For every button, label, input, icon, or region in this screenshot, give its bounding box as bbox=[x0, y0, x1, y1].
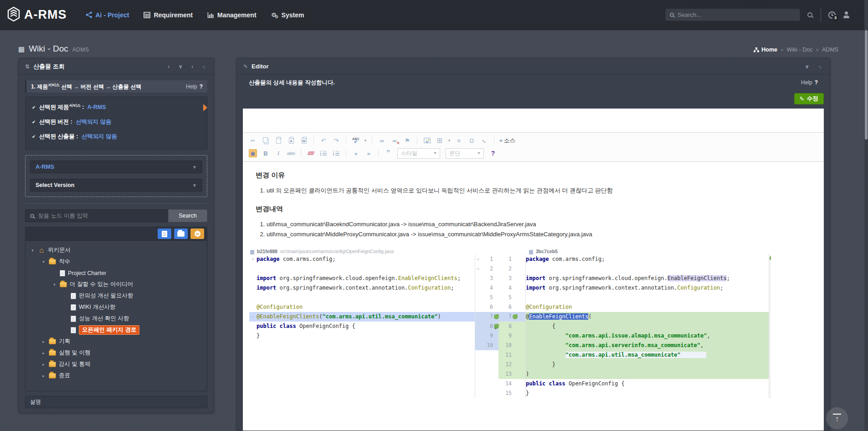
nav-item-system[interactable]: ⚙⚙System bbox=[265, 7, 310, 23]
nav-item-requirement[interactable]: Requirement bbox=[138, 7, 199, 23]
scroll-to-top-button[interactable]: ↑ bbox=[826, 407, 848, 429]
anchor-flag-icon[interactable]: ⚑ bbox=[402, 135, 413, 145]
paste-word-icon[interactable] bbox=[298, 135, 309, 145]
bullet-list-icon[interactable] bbox=[331, 148, 342, 158]
diff-gutter-row: ⊖22 bbox=[475, 264, 525, 274]
nav-item-ai---project[interactable]: Ai - Project bbox=[80, 7, 135, 23]
panel-next-icon[interactable]: › bbox=[191, 63, 193, 70]
tree-item-label: 성능 개선 확인 사항 bbox=[79, 315, 129, 322]
notifications-button[interactable]: 3 bbox=[828, 11, 836, 19]
add-folder-button[interactable] bbox=[174, 228, 188, 239]
remove-format-icon[interactable] bbox=[305, 148, 316, 158]
tree-item[interactable]: ▸종료 bbox=[28, 370, 204, 381]
table-icon[interactable]: ⊞ bbox=[434, 135, 445, 145]
add-document-button[interactable] bbox=[158, 228, 171, 239]
tree-item[interactable]: 성능 개선 확인 사항 bbox=[28, 313, 204, 324]
tree-item[interactable]: ▸기획 bbox=[28, 336, 204, 347]
editor-collapse-icon[interactable]: ∨ bbox=[805, 63, 809, 70]
copy-icon[interactable] bbox=[260, 135, 271, 145]
blockquote-icon[interactable]: ” bbox=[383, 148, 394, 158]
diff-code-line: ✓package com.arms.config; bbox=[249, 254, 475, 264]
italic-icon[interactable]: I bbox=[273, 148, 284, 158]
line-marker bbox=[249, 264, 257, 274]
breadcrumb-home[interactable]: Home bbox=[754, 47, 777, 53]
link-icon[interactable]: ∞ bbox=[376, 135, 387, 145]
nav-item-management[interactable]: Management bbox=[201, 7, 262, 23]
style-select[interactable]: 스타일 bbox=[397, 148, 440, 159]
paste-icon[interactable] bbox=[273, 135, 284, 145]
tree-item-label: 기획 bbox=[59, 338, 70, 345]
selected-value: 선택되지 않음 bbox=[82, 133, 117, 140]
special-char-icon[interactable]: Ω bbox=[466, 135, 477, 145]
chevron-down-icon: ▼ bbox=[192, 165, 197, 170]
horizontal-rule-icon[interactable]: ≡ bbox=[453, 135, 464, 145]
scrollbar-thumb[interactable] bbox=[865, 30, 868, 140]
dropdown-caret-icon[interactable]: ▾ bbox=[363, 135, 368, 145]
tree-item[interactable]: ▸실행 및 이행 bbox=[28, 347, 204, 358]
diff-code-line bbox=[249, 389, 475, 398]
tree-chevron-icon[interactable]: ▸ bbox=[41, 339, 46, 344]
diff-code-line: public class OpenFeignConfig { bbox=[526, 379, 769, 389]
notification-badge: 3 bbox=[832, 15, 838, 21]
redo-icon[interactable]: ↷ bbox=[331, 135, 342, 145]
breadcrumb: Home>Wiki - Doc>ADMS bbox=[754, 47, 838, 53]
search-submit-button[interactable] bbox=[807, 12, 812, 17]
panel-expand-icon[interactable]: ↔ bbox=[200, 62, 209, 70]
about-button[interactable]: ? bbox=[488, 148, 498, 158]
tree-item[interactable]: 오픈페인 패키지 경로 bbox=[28, 324, 204, 336]
tree-item[interactable]: Project Charter bbox=[28, 267, 204, 279]
undo-icon[interactable]: ↶ bbox=[318, 135, 329, 145]
outdent-icon[interactable]: « bbox=[350, 148, 361, 158]
bold-icon[interactable]: B bbox=[260, 148, 271, 158]
maximize-icon[interactable]: ↔ bbox=[479, 135, 490, 145]
tree-item[interactable]: ▾⌂위키문서 bbox=[28, 244, 204, 256]
tree-chevron-icon[interactable]: ▸ bbox=[41, 374, 46, 378]
app-logo[interactable]: A-RMS bbox=[7, 7, 67, 23]
node-search-input[interactable] bbox=[38, 213, 164, 219]
tree-toolbar bbox=[26, 227, 207, 241]
user-menu-button[interactable] bbox=[843, 11, 850, 18]
indent-icon[interactable]: » bbox=[363, 148, 374, 158]
left-help-button[interactable]: Help? bbox=[186, 83, 203, 90]
diff-code-line: @Configuration bbox=[249, 302, 475, 312]
cut-icon[interactable]: ✂ bbox=[247, 135, 258, 145]
remove-node-button[interactable] bbox=[190, 228, 204, 239]
dropdown-caret-icon[interactable]: ▾ bbox=[447, 135, 452, 145]
edit-button[interactable]: ✎ 수정 bbox=[794, 93, 824, 104]
paragraph-select[interactable]: 문단 bbox=[446, 148, 484, 159]
tree-item[interactable]: ▾착수 bbox=[28, 256, 204, 267]
page-scrollbar[interactable] bbox=[864, 0, 868, 431]
version-select[interactable]: Select Version▼ bbox=[30, 179, 202, 192]
breadcrumb-item[interactable]: ADMS bbox=[822, 47, 838, 53]
source-button[interactable]: ‹›소스 bbox=[499, 137, 515, 145]
templates-icon[interactable]: ▦ bbox=[247, 148, 258, 158]
image-icon[interactable] bbox=[421, 135, 432, 145]
numbered-list-icon[interactable] bbox=[318, 148, 329, 158]
tree-item[interactable]: ▾더 잘할 수 있는 아이디어 bbox=[28, 279, 204, 290]
tree-chevron-icon[interactable]: ▾ bbox=[30, 248, 35, 253]
unlink-icon[interactable]: ∞ bbox=[389, 135, 400, 145]
tree-item[interactable]: ▸감시 및 통제 bbox=[28, 358, 204, 370]
toolbar-separator bbox=[417, 137, 417, 144]
product-select[interactable]: A-RMS▼ bbox=[30, 161, 202, 173]
panel-prev-icon[interactable]: ‹ bbox=[168, 63, 169, 70]
editor-help-button[interactable]: Help? bbox=[801, 79, 818, 86]
tree-chevron-icon[interactable]: ▾ bbox=[41, 260, 46, 264]
tree-chevron-icon[interactable]: ▸ bbox=[41, 351, 46, 355]
node-search-button[interactable]: Search bbox=[168, 209, 207, 222]
global-search-input[interactable] bbox=[678, 11, 796, 18]
left-panel-title: ⇅ 산출물 조회 bbox=[25, 62, 65, 71]
diff-code-line: import org.springframework.context.annot… bbox=[526, 283, 769, 293]
spellcheck-icon[interactable]: ABC✔ bbox=[350, 135, 361, 145]
strikethrough-icon[interactable]: abc bbox=[286, 148, 297, 158]
tree-chevron-icon[interactable]: ▸ bbox=[41, 362, 46, 367]
tree-item[interactable]: WIKI 개선사항 bbox=[28, 301, 204, 313]
tree-chevron-icon[interactable]: ▾ bbox=[52, 282, 57, 287]
editor-expand-icon[interactable]: ↔ bbox=[817, 62, 825, 70]
tree-item[interactable]: 편의성 개선 필요사항 bbox=[28, 290, 204, 301]
breadcrumb-item[interactable]: Wiki - Doc bbox=[786, 47, 812, 53]
editor-content-area[interactable]: ✂↶↷ABC✔▾∞∞⚑⊞▾≡Ω↔‹›소스 ▦BIabc«»”스타일문단? 변경 … bbox=[243, 109, 824, 431]
toolbar-separator bbox=[372, 137, 372, 144]
paste-text-icon[interactable] bbox=[286, 135, 297, 145]
panel-collapse-icon[interactable]: ∨ bbox=[178, 63, 183, 70]
